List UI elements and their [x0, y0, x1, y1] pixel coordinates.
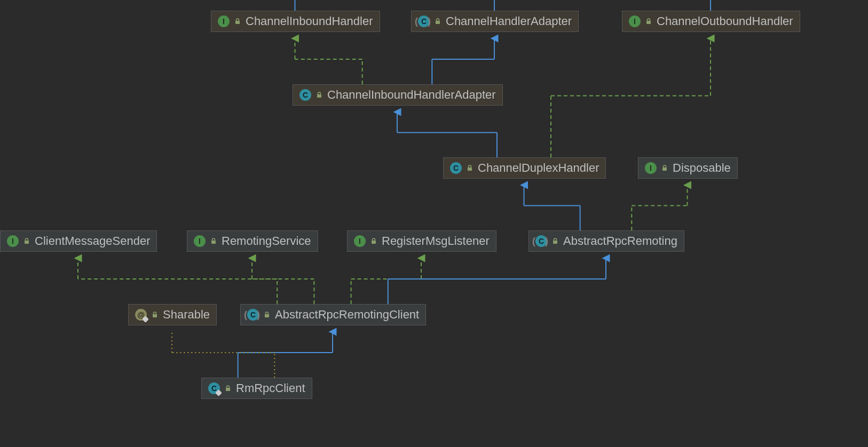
node-ChannelInboundHandler[interactable]: IChannelInboundHandler — [211, 11, 380, 32]
lock-icon — [23, 234, 30, 248]
lock-icon — [234, 14, 241, 28]
node-label: ChannelHandlerAdapter — [446, 14, 572, 28]
kind-icon: I — [194, 235, 206, 247]
node-label: Sharable — [163, 308, 210, 322]
node-label: ClientMessageSender — [35, 234, 150, 248]
kind-icon: C — [208, 382, 220, 394]
node-Disposable[interactable]: IDisposable — [638, 157, 738, 179]
svg-rect-10 — [153, 314, 157, 317]
svg-rect-5 — [662, 167, 667, 171]
lock-icon — [263, 308, 271, 322]
kind-icon: I — [7, 235, 19, 247]
node-ChannelHandlerAdapter[interactable]: C()ChannelHandlerAdapter — [411, 11, 579, 32]
kind-icon: I — [629, 15, 641, 27]
kind-icon: C() — [418, 15, 430, 27]
kind-icon: C — [450, 162, 462, 174]
lock-icon — [370, 234, 377, 248]
lock-icon — [315, 88, 323, 102]
svg-rect-2 — [646, 21, 651, 24]
svg-rect-7 — [211, 241, 216, 244]
svg-rect-8 — [372, 241, 376, 244]
svg-rect-0 — [235, 21, 240, 24]
node-label: ChannelInboundHandlerAdapter — [327, 88, 496, 102]
kind-icon: @ — [135, 309, 147, 321]
node-AbstractRpcRemotingClient[interactable]: C()AbstractRpcRemotingClient — [240, 304, 426, 325]
svg-rect-4 — [468, 167, 472, 171]
node-RegisterMsgListener[interactable]: IRegisterMsgListener — [347, 230, 496, 252]
node-ChannelDuplexHandler[interactable]: CChannelDuplexHandler — [443, 157, 606, 179]
node-label: ChannelInboundHandler — [246, 14, 373, 28]
class-hierarchy-diagram: IChannelInboundHandlerC()ChannelHandlerA… — [0, 0, 868, 447]
kind-icon: I — [645, 162, 657, 174]
kind-icon: I — [218, 15, 230, 27]
node-RmRpcClient[interactable]: CRmRpcClient — [201, 378, 312, 399]
svg-rect-1 — [436, 21, 440, 24]
svg-rect-9 — [553, 241, 557, 244]
node-RemotingService[interactable]: IRemotingService — [187, 230, 318, 252]
kind-icon: C — [299, 89, 311, 101]
kind-icon: C() — [535, 235, 547, 247]
connectors-layer — [0, 0, 868, 447]
lock-icon — [210, 234, 217, 248]
svg-rect-11 — [265, 314, 269, 317]
svg-rect-6 — [25, 241, 29, 244]
node-AbstractRpcRemoting[interactable]: C()AbstractRpcRemoting — [528, 230, 684, 252]
node-label: AbstractRpcRemoting — [563, 234, 677, 248]
lock-icon — [434, 14, 441, 28]
node-label: RegisterMsgListener — [382, 234, 490, 248]
lock-icon — [645, 14, 652, 28]
lock-icon — [466, 161, 474, 175]
node-label: RemotingService — [222, 234, 311, 248]
node-label: ChannelDuplexHandler — [478, 161, 599, 175]
node-ClientMessageSender[interactable]: IClientMessageSender — [0, 230, 157, 252]
node-Sharable[interactable]: @Sharable — [128, 304, 217, 325]
node-label: ChannelOutboundHandler — [657, 14, 793, 28]
lock-icon — [151, 308, 159, 322]
kind-icon: C() — [247, 309, 259, 321]
kind-icon: I — [354, 235, 366, 247]
node-label: AbstractRpcRemotingClient — [275, 308, 419, 322]
svg-rect-3 — [317, 94, 321, 98]
lock-icon — [551, 234, 559, 248]
lock-icon — [224, 381, 232, 395]
lock-icon — [661, 161, 668, 175]
node-label: Disposable — [673, 161, 731, 175]
node-ChannelInboundHandlerAdapter[interactable]: CChannelInboundHandlerAdapter — [293, 84, 503, 106]
node-label: RmRpcClient — [236, 381, 305, 395]
node-ChannelOutboundHandler[interactable]: IChannelOutboundHandler — [622, 11, 800, 32]
svg-rect-12 — [226, 388, 230, 391]
